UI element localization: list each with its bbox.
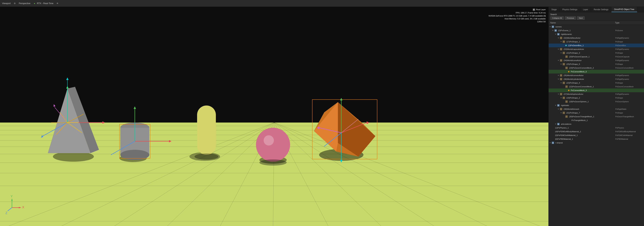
tree-row[interactable]: (1)PxPhysics_1PxPhysics [548,126,644,130]
tree-icon: □ [565,85,568,88]
tree-row[interactable]: □(20)PxGeomCapsule_1PxGeomCapsule [548,55,644,59]
expand-icon[interactable]: ▼ [557,74,560,77]
tree-row[interactable]: ▼□(32)World/boxActorPxRigidDynamic [548,36,644,40]
tree-node-name: (20)PxGeomCapsule_1 [569,56,590,58]
tree-node-name: PxConvexMesh_3 [571,89,587,91]
expand-icon[interactable]: ▼ [560,112,562,114]
rtx-button[interactable]: ● RTX - Real-Time [33,2,54,5]
next-button[interactable]: Next [577,16,584,20]
search-label: Search [550,13,642,16]
tree-row[interactable]: ▼▤scenes [548,25,644,29]
top-bar: Viewport ⚙ Perspective ● RTX - Real-Time… [0,0,644,7]
expand-icon[interactable]: ▼ [560,97,562,99]
tree-row[interactable]: □(18)PxGeomSphere_1PxGeomSphere [548,100,644,104]
tree-node-type: PxGeomBox [615,44,643,46]
tree-node-name: (37)World/sphereActor [564,93,583,95]
expand-icon[interactable]: ▼ [557,93,560,95]
tree-row[interactable]: ▼□(36)World/cylinderActorPxRigidDynamic [548,77,644,81]
tree-node-name: (24)PxGeomConvexMesh_2 [569,67,594,69]
eye-icon: 👁 [56,2,59,5]
tree-row[interactable]: ▼□(31)PxShape_7PxShape [548,111,644,115]
perspective-button[interactable]: Perspective [19,2,30,4]
expand-icon[interactable]: ▼ [560,40,562,43]
tree-row[interactable]: □(30)PxGeomTriangleMesh_1PxGeomTriangleM… [548,115,644,118]
tree-row[interactable]: (4)PxFEMSoftBodyMaterial_1PxFEMSoftBodyM… [548,130,644,133]
tree-row[interactable]: ▼□(21)PxShape_3PxShape [548,51,644,55]
tab-omnipvd[interactable]: OmniPVD Object Tree [612,7,637,12]
tree-node-name: (35)World/convexActor [564,74,584,76]
expand-icon[interactable]: ▼ [549,142,551,144]
tree-row[interactable]: ▼□(17)PxShape_1PxShape [548,40,644,44]
main-layout: ▤ Root Layer FPS: 108.17, Frame time: 9.… [0,7,644,226]
tree-row[interactable]: PxConvexMesh_5 [548,70,644,74]
tree-node-type: PxGeomCapsule [615,56,643,58]
collapse-all-button[interactable]: Collapse All [550,16,564,20]
expand-icon[interactable]: ▼ [560,63,562,65]
expand-icon[interactable]: ▼ [560,52,562,54]
expand-icon[interactable]: ▼ [557,59,560,62]
tree-icon: □ [560,74,562,77]
tree-row[interactable]: ▼□(38)World/trimeshPxRigidStatic [548,107,644,111]
tree-row[interactable]: □(22)PxGeomConvexMesh_1PxGeomConvexMesh [548,85,644,89]
dot-icon [565,45,567,46]
tree-node-type: PxShape [615,97,643,99]
tree-row[interactable]: ▼□(19)PxShape_2PxShape [548,96,644,100]
dot-icon [568,71,570,72]
expand-icon[interactable]: ▼ [557,108,560,110]
expand-icon[interactable]: ▼ [554,123,557,125]
tree-row[interactable]: ▼□(23)PxShape_4PxShape [548,81,644,85]
tree-row[interactable]: (1)PxGeomBox_1PxGeomBox [548,44,644,47]
expand-icon[interactable]: ▼ [560,82,562,84]
tree-icon: □ [562,40,565,43]
tree-row[interactable]: ▼▤rigiddynamic [548,32,644,36]
tree-row[interactable]: ▼▤(2)PxScene_1PxScene [548,29,644,32]
tree-node-type: PxRigidDynamic [615,37,643,39]
tree-content[interactable]: ▼▤scenes▼▤(2)PxScene_1PxScene▼▤rigiddyna… [548,25,644,226]
tree-row[interactable]: ▼▤articulations [548,122,644,126]
previous-button[interactable]: Previous [565,16,576,20]
tree-node-name: (36)World/cylinderActor [564,78,584,80]
expand-icon[interactable]: ▼ [554,33,557,35]
tree-header-name: Name [550,22,615,24]
tab-physics-settings[interactable]: Physics Settings [560,7,580,12]
tree-row[interactable]: PxTriangleMesh_1 [548,118,644,122]
tree-row[interactable]: PxConvexMesh_3 [548,89,644,92]
expand-icon[interactable]: ▼ [552,29,554,32]
tree-row[interactable]: □(24)PxGeomConvexMesh_2PxGeomConvexMesh [548,66,644,70]
tree-icon: ▤ [554,29,557,32]
tree-row[interactable]: ▼▤▪ shared [548,141,644,145]
tab-render-settings[interactable]: Render Settings [591,7,611,12]
tree-icon: □ [565,55,568,58]
expand-icon[interactable]: ▼ [549,25,551,28]
expand-icon[interactable]: ▼ [554,104,557,107]
tree-row[interactable]: (5)PxFEMClothMaterial_1PxFEMClothMateria… [548,133,644,137]
tab-layer[interactable]: Layer [580,7,591,12]
expand-icon[interactable]: ▼ [557,37,560,39]
tree-row[interactable]: ▼▤rigidstatic [548,104,644,107]
expand-icon[interactable]: ▼ [557,78,560,80]
expand-icon[interactable]: ▼ [557,48,560,50]
tree-row[interactable]: ▼□(35)World/convexActorPxRigidDynamic [548,74,644,77]
tree-row[interactable]: ▼□(34)World/coneActorPxRigidDynamic [548,59,644,62]
tree-icon: □ [560,48,562,50]
tree-icon: ▤ [557,104,560,107]
tree-row[interactable]: ▼□(37)World/sphereActorPxRigidDynamic [548,92,644,96]
tree-icon: □ [565,115,568,118]
tree-icon: □ [562,97,565,99]
gear-button[interactable]: ⚙ [13,2,16,5]
viewport-area[interactable]: ▤ Root Layer FPS: 108.17, Frame time: 9.… [0,7,548,226]
tree-node-type: PxGeomConvexMesh [615,67,643,69]
eye-button[interactable]: 👁 [56,2,59,5]
tree-row[interactable]: ▼□(25)PxShape_5PxShape [548,62,644,66]
tab-stage[interactable]: Stage [548,7,560,12]
tree-icon: ▤ [552,142,554,144]
tree-node-name: (2)PxScene_1 [558,29,570,31]
tree-row[interactable]: ▼□(33)World/capsuleActorPxRigidDynamic [548,47,644,51]
tree-node-type: PxShape [615,52,643,54]
svg-rect-58 [197,106,216,155]
tree-row[interactable]: (6)PxPBDMaterial_1PxPBDMaterial [548,137,644,141]
tree-node-type: PxRigidDynamic [615,93,643,95]
tree-node-name: (34)World/coneActor [564,59,582,61]
tree-node-name: ▪ shared [556,142,562,144]
tree-icon: □ [560,37,562,39]
